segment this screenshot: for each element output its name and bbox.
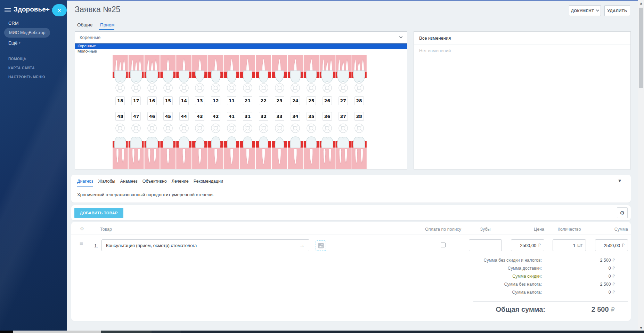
- tooth-lower-44[interactable]: [176, 137, 191, 169]
- tooth-number-33[interactable]: 33: [275, 112, 284, 121]
- tooth-upper-22[interactable]: [256, 55, 271, 82]
- sum-input[interactable]: 2500,00 ₽: [595, 239, 628, 251]
- tooth-upper-16[interactable]: [145, 55, 160, 82]
- tooth-surface-icon[interactable]: [319, 83, 335, 93]
- record-tab-5[interactable]: Лечение: [172, 179, 189, 187]
- tooth-surface-icon[interactable]: [224, 83, 240, 93]
- tooth-upper-23[interactable]: [272, 55, 287, 82]
- tooth-surface-icon[interactable]: [351, 83, 367, 93]
- tooth-lower-45[interactable]: [160, 137, 176, 169]
- tooth-surface-icon[interactable]: [351, 124, 367, 133]
- tooth-number-12[interactable]: 12: [211, 96, 220, 105]
- tooth-upper-12[interactable]: [208, 55, 223, 82]
- tooth-number-11[interactable]: 11: [227, 96, 236, 105]
- record-tab-1[interactable]: Диагноз: [77, 179, 93, 187]
- tooth-surface-icon[interactable]: [319, 124, 335, 133]
- tooth-upper-11[interactable]: [224, 55, 239, 82]
- tooth-lower-31[interactable]: [240, 137, 255, 169]
- add-product-button[interactable]: ДОБАВИТЬ ТОВАР: [74, 208, 123, 218]
- product-name-input[interactable]: Консультация (прием, осмотр) стоматолога…: [101, 239, 309, 251]
- tooth-lower-42[interactable]: [208, 137, 223, 169]
- tooth-surface-icon[interactable]: [303, 83, 319, 93]
- tooth-upper-13[interactable]: [192, 55, 207, 82]
- tooth-number-31[interactable]: 31: [243, 112, 252, 121]
- row-drag-handle[interactable]: ≡: [80, 240, 83, 247]
- tooth-number-26[interactable]: 26: [323, 96, 332, 105]
- open-product-arrow-icon[interactable]: →: [299, 242, 305, 248]
- tooth-surface-icon[interactable]: [176, 124, 192, 133]
- tooth-number-45[interactable]: 45: [163, 112, 173, 121]
- sidebar-footer-link[interactable]: ПОМОЩЬ: [8, 57, 26, 61]
- tooth-surface-icon[interactable]: [271, 124, 287, 133]
- insurance-checkbox[interactable]: [441, 243, 446, 247]
- teeth-type-option[interactable]: Коренные: [75, 43, 407, 49]
- tooth-upper-27[interactable]: [335, 55, 351, 82]
- tooth-lower-37[interactable]: [335, 137, 351, 169]
- total-label[interactable]: Сумма скидки:: [381, 274, 542, 279]
- menu-hamburger-icon[interactable]: [5, 8, 11, 13]
- tooth-upper-24[interactable]: [288, 55, 303, 82]
- tooth-surface-icon[interactable]: [112, 83, 128, 93]
- document-button[interactable]: ДОКУМЕНТ: [569, 5, 601, 16]
- record-tab-6[interactable]: Рекомендации: [194, 179, 223, 187]
- tooth-number-15[interactable]: 15: [163, 96, 173, 105]
- tooth-lower-34[interactable]: [288, 137, 303, 169]
- tooth-upper-18[interactable]: [113, 55, 128, 82]
- tooth-upper-26[interactable]: [320, 55, 335, 82]
- tooth-lower-41[interactable]: [224, 137, 239, 169]
- tooth-surface-icon[interactable]: [287, 124, 303, 133]
- teeth-input[interactable]: [469, 239, 502, 251]
- quantity-input[interactable]: 1 шт: [553, 239, 586, 251]
- tooth-surface-icon[interactable]: [112, 124, 128, 133]
- tooth-surface-icon[interactable]: [224, 124, 240, 133]
- product-image-placeholder[interactable]: [316, 240, 326, 251]
- lower-jaw-chart[interactable]: [112, 136, 367, 169]
- quantity-unit[interactable]: шт: [577, 243, 582, 248]
- tooth-number-41[interactable]: 41: [227, 112, 236, 121]
- tooth-number-23[interactable]: 23: [275, 96, 284, 105]
- teeth-type-option[interactable]: Молочные: [75, 49, 407, 54]
- tooth-number-35[interactable]: 35: [307, 112, 316, 121]
- collapse-arrow-icon[interactable]: ▼: [618, 179, 621, 183]
- tooth-surface-icon[interactable]: [240, 124, 256, 133]
- sidebar-close-button[interactable]: ×: [52, 4, 67, 16]
- tooth-number-18[interactable]: 18: [115, 96, 125, 105]
- sidebar-footer-link[interactable]: НАСТРОИТЬ МЕНЮ: [8, 75, 45, 79]
- sidebar-footer-link[interactable]: КАРТА САЙТА: [8, 66, 35, 70]
- tooth-lower-48[interactable]: [113, 137, 128, 169]
- tooth-number-16[interactable]: 16: [147, 96, 157, 105]
- tooth-surface-icon[interactable]: [240, 83, 256, 93]
- tooth-surface-icon[interactable]: [176, 83, 192, 93]
- tooth-number-17[interactable]: 17: [131, 96, 141, 105]
- table-settings-gear-icon[interactable]: ⚙: [80, 226, 84, 231]
- tooth-surface-icon[interactable]: [287, 83, 303, 93]
- tooth-upper-21[interactable]: [240, 55, 255, 82]
- tooth-lower-35[interactable]: [304, 137, 319, 169]
- tooth-surface-icon[interactable]: [303, 124, 319, 133]
- sidebar-item-crm[interactable]: CRM: [8, 21, 19, 26]
- tooth-upper-25[interactable]: [304, 55, 319, 82]
- tooth-number-27[interactable]: 27: [339, 96, 348, 105]
- tooth-number-48[interactable]: 48: [115, 112, 125, 121]
- tooth-surface-icon[interactable]: [160, 124, 176, 133]
- tooth-lower-33[interactable]: [272, 137, 287, 169]
- tooth-surface-icon[interactable]: [192, 83, 208, 93]
- tooth-upper-15[interactable]: [160, 55, 176, 82]
- tooth-number-28[interactable]: 28: [354, 96, 364, 105]
- tooth-surface-icon[interactable]: [271, 83, 287, 93]
- tooth-number-34[interactable]: 34: [291, 112, 300, 121]
- tooth-lower-46[interactable]: [145, 137, 160, 169]
- tooth-upper-14[interactable]: [176, 55, 191, 82]
- tooth-lower-36[interactable]: [320, 137, 335, 169]
- tooth-number-32[interactable]: 32: [259, 112, 268, 121]
- tooth-number-36[interactable]: 36: [323, 112, 332, 121]
- tooth-surface-icon[interactable]: [255, 83, 271, 93]
- scrollbar-down-arrow[interactable]: ▼: [638, 326, 644, 330]
- scrollbar-up-arrow[interactable]: ▲: [638, 2, 644, 5]
- scrollbar-thumb[interactable]: [639, 8, 643, 88]
- tooth-surface-icon[interactable]: [208, 83, 224, 93]
- tooth-number-43[interactable]: 43: [195, 112, 204, 121]
- tooth-surface-icon[interactable]: [144, 124, 160, 133]
- record-tab-4[interactable]: Объективно: [142, 179, 167, 187]
- tooth-surface-icon[interactable]: [335, 124, 351, 133]
